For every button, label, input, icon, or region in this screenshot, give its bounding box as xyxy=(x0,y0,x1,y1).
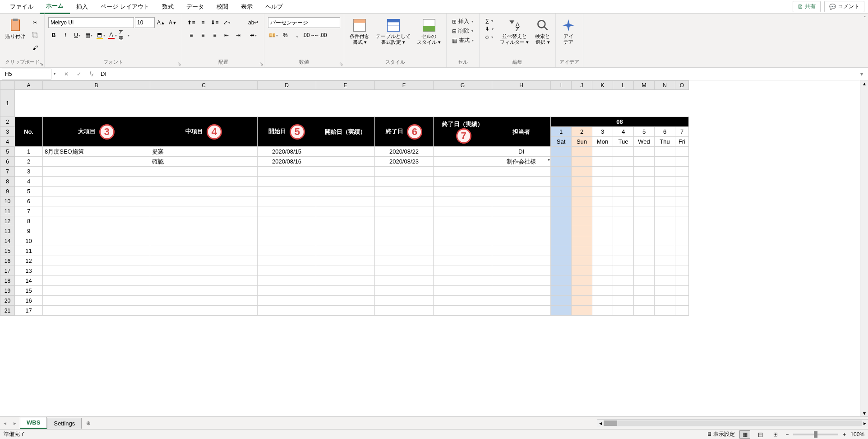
underline-button[interactable]: U▾ xyxy=(72,30,83,41)
cell[interactable] xyxy=(492,306,551,316)
zoom-slider[interactable] xyxy=(793,434,838,435)
cell[interactable] xyxy=(434,216,492,226)
gantt-cell[interactable] xyxy=(572,206,592,216)
cell[interactable] xyxy=(258,256,316,266)
gantt-cell[interactable] xyxy=(551,266,572,276)
conditional-format-button[interactable]: 条件付き 書式 ▾ xyxy=(348,17,371,46)
indent-increase-button[interactable]: ⇥ xyxy=(233,30,244,41)
gantt-cell[interactable] xyxy=(675,196,689,206)
gantt-cell[interactable] xyxy=(655,246,675,256)
gantt-cell[interactable] xyxy=(613,216,634,226)
clipboard-launcher[interactable]: ⬂ xyxy=(40,61,43,66)
cell[interactable] xyxy=(375,226,434,236)
cell[interactable]: 16 xyxy=(15,296,43,306)
cell[interactable] xyxy=(492,256,551,266)
gantt-cell[interactable] xyxy=(675,216,689,226)
cell[interactable] xyxy=(375,177,434,187)
gantt-cell[interactable] xyxy=(675,226,689,236)
cell[interactable]: 2020/08/22 xyxy=(375,147,434,157)
percent-button[interactable]: % xyxy=(280,30,291,41)
cell[interactable] xyxy=(150,206,258,216)
font-launcher[interactable]: ⬂ xyxy=(177,61,181,66)
col-header-F[interactable]: F xyxy=(375,81,434,90)
gantt-cell[interactable] xyxy=(613,167,634,177)
cell[interactable]: 2020/08/15 xyxy=(258,147,316,157)
gantt-cell[interactable] xyxy=(592,177,613,187)
gantt-cell[interactable] xyxy=(572,187,592,196)
gantt-cell[interactable] xyxy=(592,236,613,246)
gantt-cell[interactable] xyxy=(572,167,592,177)
cell[interactable] xyxy=(434,286,492,296)
gantt-cell[interactable] xyxy=(655,306,675,316)
cell[interactable] xyxy=(316,236,375,246)
cell[interactable] xyxy=(316,206,375,216)
cell[interactable]: 17 xyxy=(15,306,43,316)
gantt-cell[interactable] xyxy=(572,306,592,316)
orientation-button[interactable]: ⤢▾ xyxy=(221,17,232,28)
gantt-cell[interactable] xyxy=(592,266,613,276)
cell[interactable] xyxy=(43,167,150,177)
cell[interactable] xyxy=(258,196,316,206)
cell[interactable]: 5 xyxy=(15,187,43,196)
cell[interactable] xyxy=(316,177,375,187)
gantt-cell[interactable] xyxy=(675,167,689,177)
cell[interactable] xyxy=(375,296,434,306)
cell[interactable] xyxy=(150,196,258,206)
gantt-cell[interactable] xyxy=(675,276,689,286)
cell[interactable] xyxy=(492,177,551,187)
gantt-cell[interactable] xyxy=(592,226,613,236)
day-name[interactable]: Wed xyxy=(634,137,655,147)
gantt-cell[interactable] xyxy=(655,216,675,226)
gantt-cell[interactable] xyxy=(634,226,655,236)
cell[interactable]: 確認 xyxy=(150,157,258,167)
gantt-cell[interactable] xyxy=(675,246,689,256)
format-painter-button[interactable]: 🖌 xyxy=(30,42,41,53)
delete-cells-button[interactable]: ⊟削除 ▾ xyxy=(450,27,476,35)
cell[interactable] xyxy=(375,187,434,196)
format-as-table-button[interactable]: テーブルとして 書式設定 ▾ xyxy=(374,17,412,46)
gantt-cell[interactable] xyxy=(655,187,675,196)
cell[interactable] xyxy=(316,187,375,196)
cell[interactable] xyxy=(258,276,316,286)
vertical-scrollbar[interactable]: ▴ ▾ xyxy=(860,80,868,416)
gantt-cell[interactable] xyxy=(572,276,592,286)
gantt-cell[interactable] xyxy=(572,296,592,306)
cell[interactable] xyxy=(43,286,150,296)
tab-formulas[interactable]: 数式 xyxy=(156,0,180,14)
gantt-cell[interactable] xyxy=(655,206,675,216)
scroll-left-button[interactable]: ◂ xyxy=(597,420,604,426)
col-header-I[interactable]: I xyxy=(551,81,572,90)
cell[interactable] xyxy=(150,286,258,296)
cell[interactable] xyxy=(434,187,492,196)
gantt-cell[interactable] xyxy=(551,286,572,296)
row-header-20[interactable]: 20 xyxy=(0,296,15,306)
cell[interactable] xyxy=(316,246,375,256)
gantt-cell[interactable] xyxy=(675,206,689,216)
cell[interactable] xyxy=(316,256,375,266)
gantt-cell[interactable] xyxy=(634,236,655,246)
sort-filter-button[interactable]: AZ並べ替えと フィルター ▾ xyxy=(498,17,531,46)
col-header-J[interactable]: J xyxy=(572,81,592,90)
cell[interactable] xyxy=(258,236,316,246)
gantt-cell[interactable] xyxy=(675,256,689,266)
gantt-cell[interactable] xyxy=(675,177,689,187)
cell[interactable] xyxy=(258,306,316,316)
gantt-cell[interactable] xyxy=(613,306,634,316)
gantt-cell[interactable] xyxy=(592,157,613,167)
gantt-cell[interactable] xyxy=(634,196,655,206)
gantt-cell[interactable] xyxy=(592,306,613,316)
cell-dropdown-handle[interactable]: ▾ xyxy=(548,157,550,162)
cell[interactable]: 10 xyxy=(15,236,43,246)
formula-input[interactable] xyxy=(98,69,855,79)
cell[interactable]: 15 xyxy=(15,286,43,296)
gantt-cell[interactable] xyxy=(572,226,592,236)
gantt-cell[interactable] xyxy=(613,177,634,187)
gantt-cell[interactable] xyxy=(572,147,592,157)
cell[interactable] xyxy=(375,206,434,216)
col-header-K[interactable]: K xyxy=(592,81,613,90)
cell[interactable] xyxy=(150,296,258,306)
gantt-cell[interactable] xyxy=(572,256,592,266)
gantt-cell[interactable] xyxy=(634,246,655,256)
tab-pagelayout[interactable]: ページ レイアウト xyxy=(94,0,156,14)
find-select-button[interactable]: 検索と 選択 ▾ xyxy=(533,17,552,46)
